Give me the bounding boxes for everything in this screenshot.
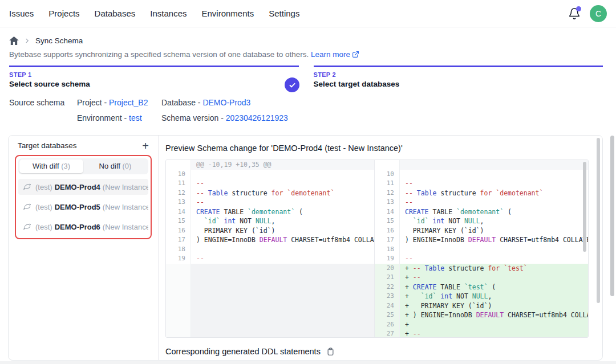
source-schema-fields: Project - Project_B2 Database - DEMO-Pro… <box>77 98 288 122</box>
database-name: DEMO-Prod6 <box>55 223 100 231</box>
diff-pane-original: @@ -10,19 +10,35 @@1011--12-- Table stru… <box>166 160 375 337</box>
top-nav: IssuesProjectsDatabasesInstancesEnvironm… <box>0 0 616 27</box>
diff-scrollbar[interactable] <box>583 162 586 252</box>
diff-line: 12-- Table structure for `demotenant` <box>375 189 588 198</box>
source-schema-section: Source schema Project - Project_B2 Datab… <box>9 98 607 122</box>
target-databases-title: Target databases <box>18 141 77 150</box>
chevron-right-icon <box>24 38 30 44</box>
step-1-complete-check-icon <box>285 77 299 92</box>
diff-line: 10 <box>166 170 374 179</box>
copy-ddl-icon[interactable] <box>326 347 335 356</box>
target-database-row-demo-prod5[interactable]: (test)DEMO-Prod5(New Instance) <box>18 199 148 215</box>
diff-line: 27+ -- <box>375 329 588 337</box>
tab-with-diff[interactable]: With diff (3) <box>19 159 83 173</box>
diff-line: 23+ `id` int NOT NULL, <box>375 292 588 301</box>
diff-line: 15 `id` int NOT NULL, <box>166 216 374 226</box>
target-selection-highlight-box: With diff (3) No diff (0) (test)DEMO-Pro… <box>15 155 152 239</box>
nav-item-projects[interactable]: Projects <box>48 9 79 18</box>
field-project: Project - Project_B2 <box>77 98 161 107</box>
diff-line: 18 <box>166 245 374 255</box>
field-schema-version: Schema version - 20230426121923 <box>161 113 288 122</box>
diff-line: 19-- <box>375 254 588 264</box>
breadcrumb: Sync Schema <box>0 27 616 45</box>
home-icon[interactable] <box>9 36 19 45</box>
schema-version-link[interactable]: 20230426121923 <box>226 113 288 122</box>
avatar[interactable]: C <box>590 5 607 22</box>
page-scrollbar[interactable] <box>610 136 614 296</box>
intro-text: Bytebase supports synchronizing a specif… <box>9 50 309 59</box>
mysql-dolphin-icon <box>23 222 32 231</box>
diff-line: 13-- <box>375 198 588 207</box>
database-name: DEMO-Prod4 <box>55 183 100 191</box>
diff-line: 26+ <box>375 320 588 330</box>
diff-pane-modified: 1011--12-- Table structure for `demotena… <box>375 160 588 337</box>
source-schema-label: Source schema <box>9 98 77 122</box>
environment-prefix: (test) <box>35 223 52 231</box>
ddl-statements-header: Corresponding generated DDL statements <box>165 347 589 356</box>
ddl-statements-title: Corresponding generated DDL statements <box>165 347 321 356</box>
diff-line: 14CREATE TABLE `demotenant` ( <box>166 207 374 217</box>
panel-scrollbar[interactable] <box>597 138 600 303</box>
step-1-title: Select source schema <box>9 80 299 88</box>
diff-line: 11-- <box>375 179 588 189</box>
diff-filter-tabs: With diff (3) No diff (0) <box>18 158 148 174</box>
external-link-icon[interactable] <box>350 50 359 59</box>
notification-bell-icon[interactable] <box>568 7 581 20</box>
target-database-list: (test)DEMO-Prod4(New Instance) (test)DEM… <box>18 179 148 236</box>
diff-line: 15 `id` int NOT NULL, <box>375 216 588 226</box>
intro-text-row: Bytebase supports synchronizing a specif… <box>9 50 607 59</box>
diff-hunk-row: @@ -10,19 +10,35 @@ <box>166 160 374 170</box>
notification-dot <box>576 6 581 11</box>
nav-item-issues[interactable]: Issues <box>9 9 34 18</box>
diff-line: 17) ENGINE=InnoDB DEFAULT CHARSET=utf8mb… <box>375 235 588 245</box>
step-2-title: Select target databases <box>314 80 603 88</box>
project-link[interactable]: Project_B2 <box>109 98 148 107</box>
diff-line: 10 <box>375 170 588 179</box>
environment-prefix: (test) <box>35 203 52 211</box>
main-card: Target databases + With diff (3) No diff… <box>8 135 603 361</box>
nav-right: C <box>568 5 607 22</box>
diff-line: 16 PRIMARY KEY (`id`) <box>375 226 588 236</box>
diff-filler <box>166 264 374 338</box>
diff-line: 22+ CREATE TABLE `test` ( <box>375 283 588 292</box>
target-database-row-demo-prod6[interactable]: (test)DEMO-Prod6(New Instance) <box>18 219 148 235</box>
nav-items: IssuesProjectsDatabasesInstancesEnvironm… <box>9 9 299 18</box>
target-database-row-demo-prod4[interactable]: (test)DEMO-Prod4(New Instance) <box>18 179 148 195</box>
database-name: DEMO-Prod5 <box>55 203 100 211</box>
diff-line: 13-- <box>166 198 374 207</box>
diff-line: 18 <box>375 245 588 255</box>
learn-more-link[interactable]: Learn more <box>311 50 350 59</box>
environment-prefix: (test) <box>35 183 52 191</box>
database-link[interactable]: DEMO-Prod3 <box>202 98 250 107</box>
bottom-strip <box>0 361 616 364</box>
schema-diff-editor: @@ -10,19 +10,35 @@1011--12-- Table stru… <box>165 159 589 338</box>
diff-line: 11-- <box>166 179 374 189</box>
diff-line: 16 PRIMARY KEY (`id`) <box>166 226 374 236</box>
nav-item-databases[interactable]: Databases <box>95 9 136 18</box>
diff-line: 25+ ) ENGINE=InnoDB DEFAULT CHARSET=utf8… <box>375 310 588 320</box>
steps: STEP 1 Select source schema STEP 2 Selec… <box>9 66 603 88</box>
step-1: STEP 1 Select source schema <box>9 66 299 88</box>
environment-link[interactable]: test <box>129 113 142 122</box>
diff-line: 21+ -- <box>375 273 588 283</box>
instance-suffix: (New Instance) <box>103 183 148 191</box>
nav-item-settings[interactable]: Settings <box>269 9 299 18</box>
step-1-label: STEP 1 <box>9 71 299 78</box>
diff-line: 19-- <box>166 254 374 264</box>
step-2: STEP 2 Select target databases <box>314 66 603 88</box>
with-diff-count: (3) <box>61 162 70 170</box>
mysql-dolphin-icon <box>23 182 32 191</box>
nav-item-environments[interactable]: Environments <box>201 9 254 18</box>
no-diff-count: (0) <box>123 162 132 170</box>
step-2-label: STEP 2 <box>314 71 603 78</box>
diff-line: 24+ PRIMARY KEY (`id`) <box>375 301 588 311</box>
preview-panel: Preview Schema change for 'DEMO-Prod4 (t… <box>159 136 602 360</box>
tab-no-diff[interactable]: No diff (0) <box>83 159 147 173</box>
diff-line: 17) ENGINE=InnoDB DEFAULT CHARSET=utf8mb… <box>166 235 374 245</box>
nav-item-instances[interactable]: Instances <box>150 9 187 18</box>
add-target-database-button[interactable]: + <box>141 142 150 150</box>
target-databases-panel: Target databases + With diff (3) No diff… <box>9 136 159 360</box>
mysql-dolphin-icon <box>23 202 32 211</box>
instance-suffix: (New Instance) <box>103 203 148 211</box>
diff-line: 12-- Table structure for `demotenant` <box>166 189 374 198</box>
